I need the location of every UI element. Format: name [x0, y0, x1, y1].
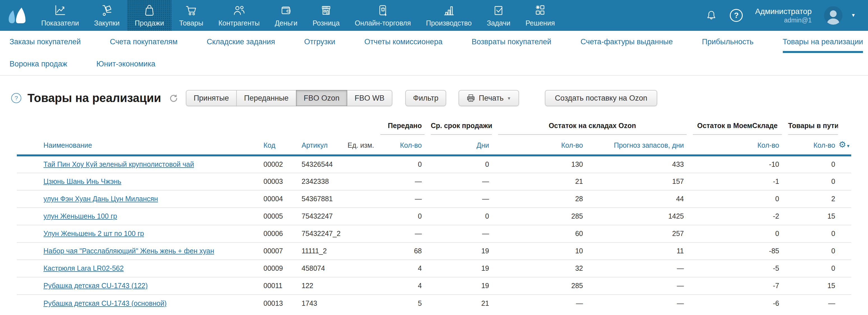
cell-sale-days: 0 [425, 156, 492, 173]
nav-item-kontragenty[interactable]: Контрагенты [211, 0, 267, 31]
cell-transit-qty: 0 [782, 260, 838, 277]
group-header-tovary-v-puti: Товары в пути [782, 117, 838, 139]
refresh-icon[interactable] [168, 93, 179, 103]
cell-forecast-days: 257 [586, 225, 687, 243]
subnav-otgruzki[interactable]: Отгрузки [304, 31, 335, 53]
page-help-icon[interactable]: ? [11, 93, 21, 103]
cell-article: 2342338 [300, 173, 347, 190]
create-ozon-supply-button[interactable]: Создать поставку на Ozon [545, 90, 657, 106]
cart-icon [184, 4, 198, 17]
people-icon [232, 4, 246, 17]
subnav-unit-ekonomika[interactable]: Юнит-экономика [96, 53, 156, 75]
column-header-forecast-days[interactable]: Прогноз запасов, дни [586, 139, 687, 156]
subnav-voronka-prodazh[interactable]: Воронка продаж [9, 53, 67, 75]
user-menu[interactable]: Администратор admin@1 [755, 6, 812, 24]
segment-peredannye[interactable]: Переданные [236, 90, 297, 106]
segment-fbo-wb[interactable]: FBO WB [347, 90, 392, 106]
help-icon[interactable]: ? [730, 9, 743, 22]
column-header-sale-days[interactable]: Дни [425, 139, 492, 156]
group-header-ostatok-ozon: Остаток на складах Ozon [492, 117, 687, 139]
cell-unit [347, 208, 374, 225]
avatar[interactable] [824, 6, 842, 25]
cell-ozon-qty: 28 [492, 190, 586, 208]
hand-truck-icon [100, 4, 114, 17]
product-name-link[interactable]: Рубашка детская CU-1743 (122) [43, 282, 148, 289]
cell-unit [347, 294, 374, 312]
subnav-scheta-pokupatelyam[interactable]: Счета покупателям [110, 31, 178, 53]
nav-item-online-torgovlya[interactable]: Онлайн-торговля [347, 0, 418, 31]
cell-transit-qty: 2 [782, 190, 838, 208]
nav-item-proizvodstvo[interactable]: Производство [418, 0, 479, 31]
chevron-down-icon[interactable]: ▼ [851, 12, 856, 18]
print-button-label: Печать [479, 94, 503, 102]
cell-transferred-qty: 0 [374, 208, 425, 225]
segment-prinyatye[interactable]: Принятые [186, 90, 237, 106]
column-header-transit-qty[interactable]: Кол-во [782, 139, 838, 156]
nav-item-dengi[interactable]: Деньги [267, 0, 305, 31]
group-header-srok-prodazhi: Ср. срок продажи [425, 117, 492, 139]
product-name-link[interactable]: Рубашка детская CU-1743 (основной) [43, 299, 166, 307]
table-body: Тай Пин Хоу Куй зеленый крупнолистовой ч… [17, 156, 851, 312]
cell-forecast-days: — [586, 260, 687, 277]
segment-fbo-ozon[interactable]: FBO Ozon [296, 90, 347, 106]
product-name-link[interactable]: Набор чая "Расслабляющий" Жень жень + фе… [43, 247, 214, 255]
user-login: admin@1 [755, 16, 812, 24]
nav-item-label: Контрагенты [218, 19, 259, 27]
cell-warehouse-qty: 0 [687, 190, 782, 208]
cell-ozon-qty: 130 [492, 156, 586, 173]
cell-transit-qty: 15 [782, 277, 838, 294]
cell-spacer [838, 190, 851, 208]
product-name-link[interactable]: Улун Женьшень 2 шт по 100 гр [43, 229, 144, 238]
subnav-pribylnost[interactable]: Прибыльность [702, 31, 754, 53]
nav-item-roznitsa[interactable]: Розница [305, 0, 347, 31]
column-header-article[interactable]: Артикул [300, 139, 347, 156]
cell-transferred-qty: 0 [374, 156, 425, 173]
print-button[interactable]: Печать ▼ [459, 90, 519, 106]
bell-icon[interactable] [705, 9, 717, 22]
cell-ozon-qty: 285 [492, 208, 586, 225]
cell-ozon-qty: 60 [492, 225, 586, 243]
subnav-otchety-komissionera[interactable]: Отчеты комиссионера [364, 31, 442, 53]
subnav-tovary-na-realizacii[interactable]: Товары на реализации [783, 31, 863, 53]
cell-warehouse-qty: -2 [687, 208, 782, 225]
nav-item-label: Показатели [41, 19, 79, 27]
nav-item-pokazateli[interactable]: Показатели [34, 0, 87, 31]
cell-transferred-qty: 4 [374, 277, 425, 294]
nav-item-label: Закупки [94, 19, 120, 27]
table-row: Тай Пин Хоу Куй зеленый крупнолистовой ч… [17, 156, 851, 173]
nav-item-resheniya[interactable]: Решения [518, 0, 562, 31]
column-header-warehouse-qty[interactable]: Кол-во [687, 139, 782, 156]
column-settings-button[interactable]: ⚙▼ [838, 139, 851, 156]
cell-forecast-days: 433 [586, 156, 687, 173]
product-name-link[interactable]: улун Фэн Хуан Дань Цун Милансян [43, 195, 158, 202]
cell-warehouse-qty: 0 [687, 225, 782, 243]
view-segmented-control: Принятые Переданные FBO Ozon FBO WB [186, 90, 392, 106]
column-header-ozon-qty[interactable]: Кол-во [492, 139, 586, 156]
nav-item-prodazhi[interactable]: Продажи [127, 0, 172, 31]
subnav-vozvraty-pokupateley[interactable]: Возвраты покупателей [472, 31, 552, 53]
column-header-name[interactable]: Наименование [17, 139, 254, 156]
cell-article: 75432247_2 [300, 225, 347, 243]
group-header-peredano: Передано [374, 117, 425, 139]
nav-item-tovary[interactable]: Товары [172, 0, 211, 31]
nav-item-zadachi[interactable]: Задачи [479, 0, 518, 31]
subnav-zakazy-pokupateley[interactable]: Заказы покупателей [9, 31, 81, 53]
column-header-code[interactable]: Код [254, 139, 300, 156]
cell-transferred-qty: 5 [374, 294, 425, 312]
subnav-scheta-faktury[interactable]: Счета-фактуры выданные [581, 31, 673, 53]
product-name-link[interactable]: улун Женьшень 100 гр [43, 212, 117, 220]
product-name-link[interactable]: Цзюнь Шань Инь Чжэнь [43, 178, 121, 185]
cell-sale-days: — [425, 225, 492, 243]
table-row: Рубашка детская CU-1743 (122) 00011 122 … [17, 277, 851, 294]
nav-item-label: Производство [426, 19, 472, 27]
column-header-transferred-qty[interactable]: Кол-во [374, 139, 425, 156]
filter-button[interactable]: Фильтр [405, 90, 446, 106]
moysklad-logo[interactable] [0, 0, 34, 31]
cell-spacer [838, 260, 851, 277]
product-name-link[interactable]: Кастрюля Lara LR02-562 [43, 264, 124, 272]
product-name-link[interactable]: Тай Пин Хоу Куй зеленый крупнолистовой ч… [43, 160, 194, 168]
shopping-bag-icon [143, 4, 156, 17]
subnav-skladskie-zadaniya[interactable]: Складские задания [207, 31, 275, 53]
nav-item-zakupki[interactable]: Закупки [87, 0, 127, 31]
chevron-down-icon: ▼ [846, 144, 850, 148]
